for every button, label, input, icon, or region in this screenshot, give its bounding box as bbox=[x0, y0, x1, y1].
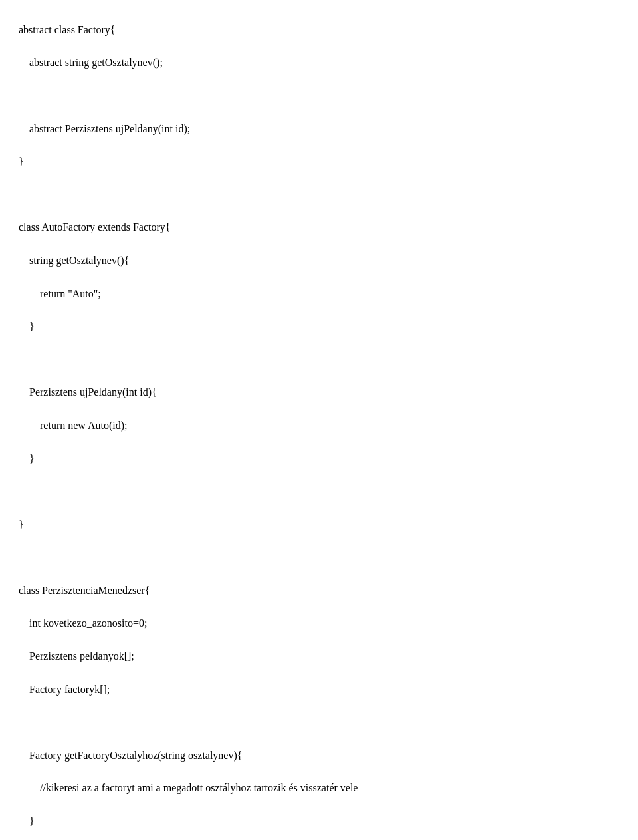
code-line-14: } bbox=[19, 453, 35, 464]
code-line-7: class AutoFactory extends Factory{ bbox=[19, 221, 171, 233]
code-line-1: abstract class Factory{ bbox=[19, 24, 115, 35]
code-line-18: class PerzisztenciaMenedzser{ bbox=[19, 585, 150, 596]
code-line-16: } bbox=[19, 519, 24, 530]
code-line-13: return new Auto(id); bbox=[19, 420, 128, 431]
code-line-2: abstract string getOsztalynev(); bbox=[19, 57, 163, 68]
code-line-24: //kikeresi az a factoryt ami a megadott … bbox=[19, 782, 358, 793]
code-line-5: } bbox=[19, 156, 24, 167]
code-line-9: return "Auto"; bbox=[19, 288, 101, 299]
code-line-25: } bbox=[19, 815, 35, 827]
code-line-21: Factory factoryk[]; bbox=[19, 684, 110, 695]
code-line-20: Perzisztens peldanyok[]; bbox=[19, 650, 134, 662]
code-line-12: Perzisztens ujPeldany(int id){ bbox=[19, 386, 157, 398]
code-line-4: abstract Perzisztens ujPeldany(int id); bbox=[19, 123, 190, 134]
code-line-8: string getOsztalynev(){ bbox=[19, 255, 129, 266]
code-content: abstract class Factory{ abstract string … bbox=[13, 5, 625, 840]
code-line-19: int kovetkezo_azonosito=0; bbox=[19, 617, 147, 629]
code-line-10: } bbox=[19, 321, 35, 332]
code-line-23: Factory getFactoryOsztalyhoz(string oszt… bbox=[19, 750, 242, 761]
